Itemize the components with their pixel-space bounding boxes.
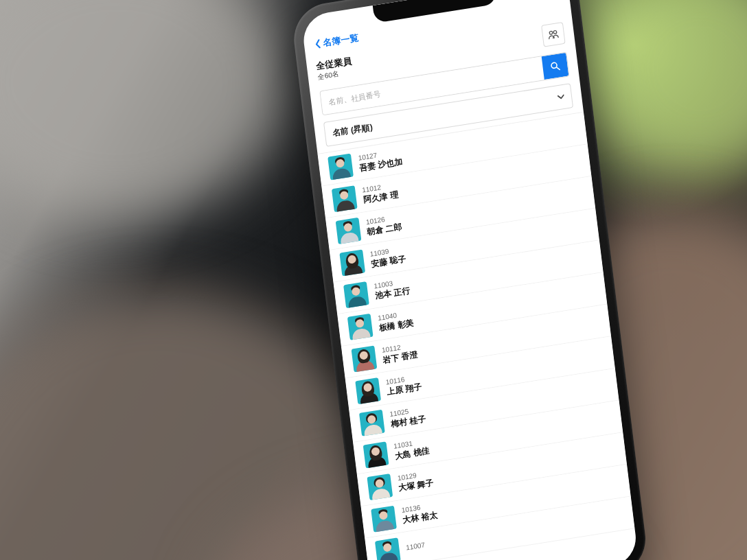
svg-point-1 xyxy=(553,30,557,34)
avatar xyxy=(363,441,389,468)
bg-blur xyxy=(590,0,747,178)
avatar xyxy=(339,249,365,276)
avatar xyxy=(332,185,358,212)
avatar xyxy=(347,314,374,340)
avatar xyxy=(327,154,354,180)
search-icon xyxy=(549,60,562,72)
bg-blur xyxy=(0,0,288,220)
search-button[interactable] xyxy=(542,53,569,80)
avatar xyxy=(371,506,397,533)
avatar xyxy=(336,218,362,244)
filter-button[interactable] xyxy=(541,22,566,47)
avatar xyxy=(375,537,401,560)
avatar xyxy=(367,474,393,500)
svg-point-0 xyxy=(549,31,553,34)
chevron-left-icon xyxy=(313,38,323,49)
employee-id: 11007 xyxy=(406,541,426,552)
avatar xyxy=(343,281,369,308)
phone-screen: 名簿一覧 全従業員 全60名 xyxy=(301,0,639,560)
back-label: 名簿一覧 xyxy=(323,32,360,49)
employee-list[interactable]: 10127吾妻 沙也加11012阿久津 理10126朝倉 二郎11039安藤 聡… xyxy=(317,112,639,560)
chevron-down-icon xyxy=(558,93,565,101)
employee-directory-app: 名簿一覧 全従業員 全60名 xyxy=(301,0,639,560)
svg-line-3 xyxy=(557,67,560,70)
back-button[interactable]: 名簿一覧 xyxy=(313,32,359,51)
avatar xyxy=(359,410,385,436)
scene-background: 名簿一覧 全従業員 全60名 xyxy=(0,0,747,560)
avatar xyxy=(355,377,381,404)
sort-label: 名前 (昇順) xyxy=(332,121,374,139)
avatar xyxy=(352,345,378,372)
group-filter-icon xyxy=(547,27,560,42)
